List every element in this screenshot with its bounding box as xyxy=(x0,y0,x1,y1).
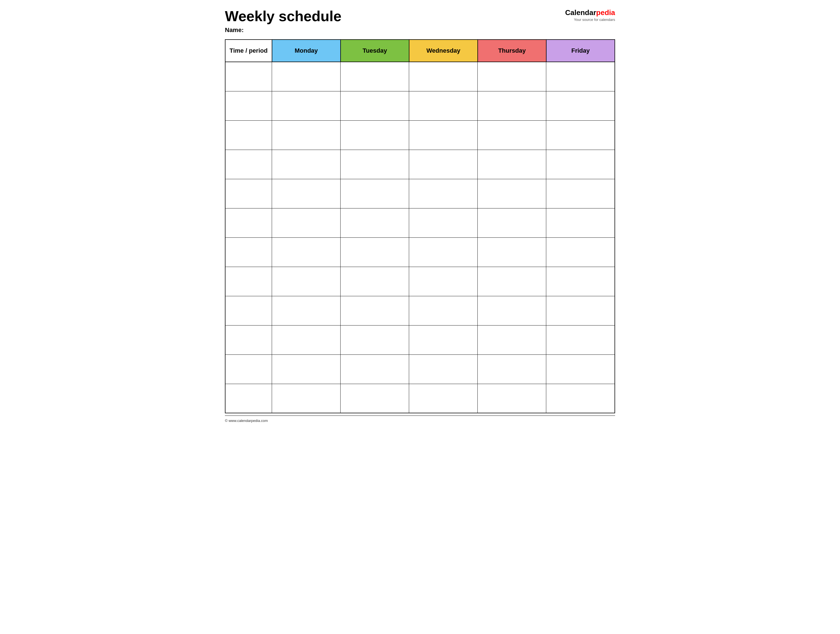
cell-row4-col3[interactable] xyxy=(409,179,478,208)
cell-row3-col2[interactable] xyxy=(341,150,409,179)
cell-row7-col5[interactable] xyxy=(546,267,615,296)
cell-row10-col2[interactable] xyxy=(341,355,409,384)
cell-row5-col2[interactable] xyxy=(341,208,409,237)
logo-calendar: Calendar xyxy=(565,8,596,17)
cell-row5-col4[interactable] xyxy=(478,208,546,237)
table-row xyxy=(225,91,615,120)
cell-row2-col1[interactable] xyxy=(272,120,341,150)
cell-row7-col4[interactable] xyxy=(478,267,546,296)
cell-row2-col4[interactable] xyxy=(478,120,546,150)
cell-row8-col4[interactable] xyxy=(478,296,546,325)
logo-pedia: pedia xyxy=(596,8,615,17)
table-header-row: Time / period Monday Tuesday Wednesday T… xyxy=(225,39,615,62)
cell-row0-col0[interactable] xyxy=(225,62,272,91)
table-row xyxy=(225,267,615,296)
col-header-wednesday: Wednesday xyxy=(409,39,478,62)
cell-row1-col5[interactable] xyxy=(546,91,615,120)
cell-row8-col5[interactable] xyxy=(546,296,615,325)
cell-row1-col3[interactable] xyxy=(409,91,478,120)
cell-row11-col1[interactable] xyxy=(272,384,341,413)
page-wrapper: Weekly schedule Name: Calendarpedia Your… xyxy=(225,8,615,423)
cell-row1-col4[interactable] xyxy=(478,91,546,120)
logo-area: Calendarpedia Your source for calendars xyxy=(565,8,615,22)
cell-row10-col4[interactable] xyxy=(478,355,546,384)
cell-row8-col3[interactable] xyxy=(409,296,478,325)
cell-row11-col3[interactable] xyxy=(409,384,478,413)
cell-row3-col1[interactable] xyxy=(272,150,341,179)
cell-row10-col5[interactable] xyxy=(546,355,615,384)
footer-copyright: © www.calendarpedia.com xyxy=(225,419,615,423)
cell-row10-col0[interactable] xyxy=(225,355,272,384)
cell-row5-col5[interactable] xyxy=(546,208,615,237)
cell-row0-col2[interactable] xyxy=(341,62,409,91)
col-header-monday: Monday xyxy=(272,39,341,62)
cell-row6-col5[interactable] xyxy=(546,237,615,267)
cell-row5-col0[interactable] xyxy=(225,208,272,237)
cell-row8-col0[interactable] xyxy=(225,296,272,325)
schedule-table: Time / period Monday Tuesday Wednesday T… xyxy=(225,39,615,413)
table-row xyxy=(225,179,615,208)
cell-row11-col4[interactable] xyxy=(478,384,546,413)
cell-row0-col5[interactable] xyxy=(546,62,615,91)
cell-row4-col0[interactable] xyxy=(225,179,272,208)
cell-row6-col0[interactable] xyxy=(225,237,272,267)
cell-row0-col4[interactable] xyxy=(478,62,546,91)
name-label: Name: xyxy=(225,27,341,34)
cell-row11-col5[interactable] xyxy=(546,384,615,413)
cell-row4-col2[interactable] xyxy=(341,179,409,208)
cell-row2-col2[interactable] xyxy=(341,120,409,150)
title-area: Weekly schedule Name: xyxy=(225,8,341,34)
table-row xyxy=(225,384,615,413)
table-row xyxy=(225,325,615,355)
cell-row7-col0[interactable] xyxy=(225,267,272,296)
cell-row3-col4[interactable] xyxy=(478,150,546,179)
cell-row3-col0[interactable] xyxy=(225,150,272,179)
cell-row3-col5[interactable] xyxy=(546,150,615,179)
cell-row0-col1[interactable] xyxy=(272,62,341,91)
cell-row1-col1[interactable] xyxy=(272,91,341,120)
cell-row9-col5[interactable] xyxy=(546,325,615,355)
cell-row7-col3[interactable] xyxy=(409,267,478,296)
cell-row9-col4[interactable] xyxy=(478,325,546,355)
col-header-friday: Friday xyxy=(546,39,615,62)
col-header-time: Time / period xyxy=(225,39,272,62)
table-row xyxy=(225,208,615,237)
cell-row7-col2[interactable] xyxy=(341,267,409,296)
cell-row2-col3[interactable] xyxy=(409,120,478,150)
table-row xyxy=(225,237,615,267)
footer-divider xyxy=(225,415,615,416)
cell-row9-col1[interactable] xyxy=(272,325,341,355)
logo-text: Calendarpedia xyxy=(565,8,615,17)
cell-row1-col2[interactable] xyxy=(341,91,409,120)
cell-row6-col3[interactable] xyxy=(409,237,478,267)
header-section: Weekly schedule Name: Calendarpedia Your… xyxy=(225,8,615,34)
cell-row10-col1[interactable] xyxy=(272,355,341,384)
cell-row7-col1[interactable] xyxy=(272,267,341,296)
cell-row4-col4[interactable] xyxy=(478,179,546,208)
cell-row4-col5[interactable] xyxy=(546,179,615,208)
cell-row9-col0[interactable] xyxy=(225,325,272,355)
cell-row4-col1[interactable] xyxy=(272,179,341,208)
col-header-thursday: Thursday xyxy=(478,39,546,62)
table-row xyxy=(225,150,615,179)
cell-row11-col2[interactable] xyxy=(341,384,409,413)
cell-row2-col0[interactable] xyxy=(225,120,272,150)
table-row xyxy=(225,120,615,150)
cell-row3-col3[interactable] xyxy=(409,150,478,179)
cell-row5-col3[interactable] xyxy=(409,208,478,237)
cell-row8-col1[interactable] xyxy=(272,296,341,325)
cell-row8-col2[interactable] xyxy=(341,296,409,325)
cell-row10-col3[interactable] xyxy=(409,355,478,384)
cell-row6-col4[interactable] xyxy=(478,237,546,267)
cell-row9-col2[interactable] xyxy=(341,325,409,355)
table-row xyxy=(225,296,615,325)
cell-row2-col5[interactable] xyxy=(546,120,615,150)
cell-row9-col3[interactable] xyxy=(409,325,478,355)
cell-row11-col0[interactable] xyxy=(225,384,272,413)
page-title: Weekly schedule xyxy=(225,8,341,24)
cell-row6-col1[interactable] xyxy=(272,237,341,267)
cell-row6-col2[interactable] xyxy=(341,237,409,267)
cell-row0-col3[interactable] xyxy=(409,62,478,91)
cell-row5-col1[interactable] xyxy=(272,208,341,237)
cell-row1-col0[interactable] xyxy=(225,91,272,120)
